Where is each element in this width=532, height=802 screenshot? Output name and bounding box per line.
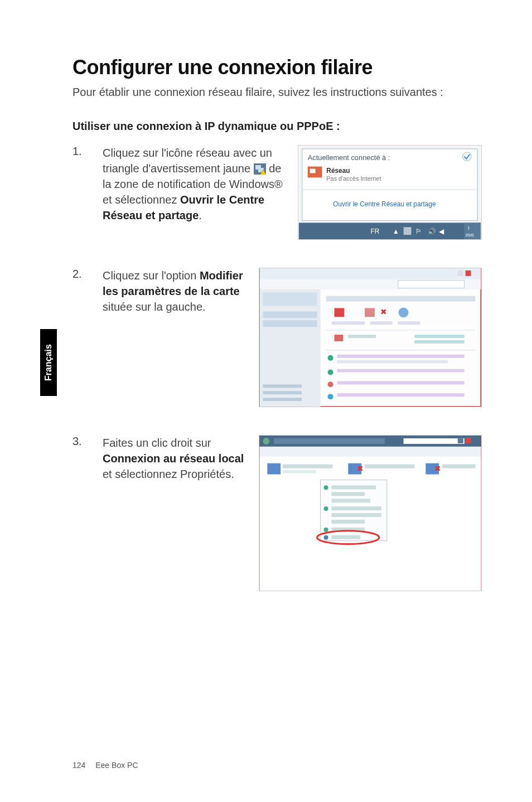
svg-point-41	[328, 355, 333, 361]
network-warning-icon	[254, 163, 266, 174]
svg-rect-50	[263, 384, 302, 388]
text-tail: .	[199, 209, 202, 221]
svg-text:✖: ✖	[357, 464, 364, 473]
svg-rect-39	[414, 340, 464, 344]
popup-line2: Réseau	[326, 167, 350, 175]
svg-rect-38	[414, 335, 464, 338]
svg-rect-43	[337, 360, 447, 364]
svg-rect-24	[263, 293, 317, 306]
svg-rect-73	[332, 485, 376, 489]
intro-text: Pour établir une connexion réseau filair…	[72, 85, 482, 100]
svg-rect-25	[263, 311, 317, 318]
svg-rect-77	[332, 506, 381, 510]
svg-rect-29	[365, 308, 375, 317]
svg-rect-53	[466, 270, 471, 276]
svg-rect-49	[337, 393, 464, 397]
popup-line1: Actuellement connecté à :	[308, 153, 390, 162]
step-1: 1. Cliquez sur l'icône réseau avec un tr…	[72, 145, 482, 240]
step-text: Faites un clic droit sur Connexion au ré…	[103, 435, 245, 482]
step-3: 3. Faites un clic droit sur Connexion au…	[72, 435, 482, 591]
svg-text:20/0: 20/0	[465, 233, 474, 238]
screenshot-connections: ✖ ✖	[259, 435, 482, 591]
svg-rect-45	[337, 369, 464, 373]
svg-rect-75	[332, 499, 371, 503]
svg-rect-74	[332, 492, 365, 496]
svg-point-72	[324, 485, 328, 490]
svg-point-83	[324, 535, 328, 540]
svg-rect-26	[263, 320, 317, 327]
svg-rect-58	[274, 438, 385, 444]
page-footer: 124 Eee Box PC	[72, 761, 138, 770]
svg-rect-23	[260, 289, 321, 407]
svg-rect-51	[263, 391, 302, 394]
svg-point-48	[328, 394, 333, 399]
subheading: Utiliser une connexion à IP dynamique ou…	[72, 120, 482, 133]
popup-link[interactable]: Ouvrir le Centre Réseau et partage	[333, 200, 436, 208]
screenshot-network-center: ✖	[259, 268, 482, 407]
step-number: 2.	[72, 268, 89, 281]
svg-rect-27	[326, 296, 476, 302]
svg-rect-34	[398, 321, 420, 325]
text-part: située sur la gauche.	[103, 301, 206, 313]
svg-rect-32	[332, 321, 365, 325]
page-title: Configurer une connexion filaire	[72, 56, 482, 79]
svg-rect-12	[404, 227, 412, 235]
svg-point-80	[324, 528, 328, 532]
svg-rect-78	[332, 513, 381, 517]
tray-lang: FR	[370, 228, 379, 235]
svg-rect-47	[337, 381, 464, 384]
language-label: Français	[43, 344, 54, 381]
svg-rect-42	[337, 355, 464, 358]
svg-point-6	[462, 152, 471, 161]
product-name: Eee Box PC	[95, 761, 138, 770]
svg-rect-52	[263, 398, 302, 401]
svg-text:▲: ▲	[393, 228, 399, 235]
svg-rect-85	[466, 438, 471, 443]
svg-rect-63	[283, 465, 332, 468]
step-text: Cliquez sur l'option Modifier les paramè…	[103, 268, 245, 315]
svg-rect-10	[299, 223, 481, 239]
step-text: Cliquez sur l'icône réseau avec un trian…	[103, 145, 284, 223]
text-part: Cliquez sur l'option	[103, 269, 200, 282]
svg-rect-86	[458, 438, 463, 443]
step-number: 3.	[72, 435, 89, 448]
svg-rect-28	[335, 308, 345, 317]
svg-rect-62	[267, 463, 280, 475]
svg-rect-60	[259, 447, 481, 457]
svg-text:◀: ◀	[439, 228, 444, 235]
svg-point-31	[399, 307, 409, 317]
svg-point-76	[324, 506, 328, 511]
svg-text:✖: ✖	[434, 464, 441, 473]
svg-rect-64	[283, 470, 316, 474]
screenshot-tray-popup: Actuellement connecté à : Réseau Pas d'a…	[298, 145, 482, 240]
svg-rect-37	[348, 335, 376, 338]
svg-text:🏳: 🏳	[415, 228, 422, 235]
svg-text:🔊: 🔊	[428, 228, 436, 235]
text-bold: Connexion au réseau local	[103, 452, 244, 465]
svg-rect-22	[398, 281, 465, 288]
svg-rect-66	[365, 465, 414, 468]
svg-rect-69	[442, 465, 476, 468]
text-part: Cliquez sur l'icône réseau avec un trian…	[103, 147, 272, 175]
svg-rect-54	[458, 270, 463, 276]
svg-point-44	[328, 370, 333, 375]
svg-rect-33	[370, 321, 393, 325]
step-number: 1.	[72, 145, 89, 158]
svg-point-46	[328, 381, 333, 387]
svg-rect-59	[404, 438, 465, 444]
step-2: 2. Cliquez sur l'option Modifier les par…	[72, 268, 482, 407]
text-part: Faites un clic droit sur	[103, 437, 211, 449]
svg-point-57	[263, 438, 269, 445]
svg-rect-8	[310, 169, 316, 173]
text-part: et sélectionnez Propriétés.	[103, 468, 234, 480]
svg-rect-36	[335, 335, 344, 341]
svg-text:1: 1	[467, 225, 470, 230]
svg-rect-84	[332, 535, 361, 539]
svg-text:✖: ✖	[380, 307, 387, 316]
page-number: 124	[72, 761, 85, 770]
svg-rect-20	[260, 268, 481, 279]
popup-line3: Pas d'accès Internet	[326, 175, 381, 182]
svg-rect-79	[332, 520, 365, 524]
language-tab: Français	[40, 329, 57, 396]
